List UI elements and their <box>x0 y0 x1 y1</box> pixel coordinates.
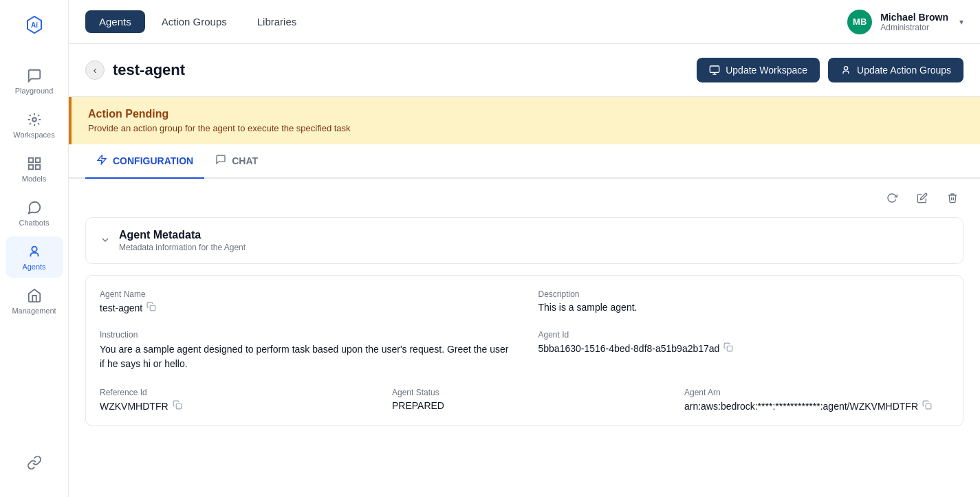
management-icon <box>26 287 43 304</box>
edit-icon <box>917 192 928 203</box>
agent-name-title: test-agent <box>113 61 185 79</box>
sidebar-item-models[interactable]: Models <box>6 148 63 190</box>
edit-button[interactable] <box>911 187 933 209</box>
app-logo: Ai <box>17 8 52 47</box>
models-icon <box>26 155 43 172</box>
svg-point-6 <box>32 247 36 252</box>
description-value: This is a sample agent. <box>538 302 950 313</box>
configuration-tab-icon <box>96 154 107 168</box>
user-name: Michael Brown <box>880 12 948 23</box>
copy-reference-id-icon[interactable] <box>173 400 182 412</box>
delete-button[interactable] <box>941 187 963 209</box>
svg-rect-4 <box>35 165 39 169</box>
page-content: ‹ test-agent Update Workspace Update Act… <box>69 44 980 497</box>
main-content: Agents Action Groups Libraries MB Michae… <box>69 0 980 497</box>
content-tabs: CONFIGURATION CHAT <box>69 144 980 179</box>
alert-title: Action Pending <box>88 108 963 120</box>
copy-agent-arn-icon[interactable] <box>922 400 932 412</box>
configuration-tab-label: CONFIGURATION <box>113 155 193 166</box>
user-role: Administrator <box>880 23 948 32</box>
svg-rect-3 <box>35 158 39 162</box>
back-button[interactable]: ‹ <box>85 60 105 80</box>
field-agent-status: Agent Status PREPARED <box>392 388 657 412</box>
field-agent-arn: Agent Arn arn:aws:bedrock:****:*********… <box>684 388 949 412</box>
playground-icon <box>26 67 43 84</box>
svg-rect-12 <box>926 404 931 409</box>
agent-id-label: Agent Id <box>538 330 950 340</box>
alert-banner: Action Pending Provide an action group f… <box>69 97 980 144</box>
copy-agent-id-icon[interactable] <box>723 342 733 354</box>
chat-tab-label: CHAT <box>232 155 258 166</box>
fields-section: Agent Name test-agent Description This i… <box>85 275 963 426</box>
user-dropdown-chevron[interactable]: ▾ <box>959 17 963 27</box>
sidebar-item-workspaces[interactable]: Workspaces <box>6 104 63 146</box>
agent-name-label: Agent Name <box>100 289 511 299</box>
alert-description: Provide an action group for the agent to… <box>88 123 963 133</box>
sidebar-item-playground[interactable]: Playground <box>6 60 63 102</box>
tab-chat[interactable]: CHAT <box>204 144 269 179</box>
user-info: Michael Brown Administrator <box>880 12 948 32</box>
svg-rect-9 <box>151 305 156 311</box>
update-workspace-button[interactable]: Update Workspace <box>697 58 820 82</box>
agent-status-value: PREPARED <box>392 400 657 411</box>
agent-name-value: test-agent <box>100 302 511 313</box>
field-instruction: Instruction You are a sample agent desig… <box>100 330 511 371</box>
sidebar-item-workspaces-label: Workspaces <box>13 131 54 139</box>
metadata-title: Agent Metadata <box>119 229 246 241</box>
sidebar-item-management[interactable]: Management <box>6 280 63 322</box>
metadata-subtitle: Metadata information for the Agent <box>119 243 246 252</box>
user-area: MB Michael Brown Administrator ▾ <box>847 10 963 34</box>
instruction-value: You are a sample agent designed to perfo… <box>100 342 511 371</box>
update-workspace-label: Update Workspace <box>726 65 807 76</box>
svg-point-8 <box>844 67 847 70</box>
refresh-button[interactable] <box>881 187 903 209</box>
svg-rect-2 <box>28 158 32 162</box>
top-navigation: Agents Action Groups Libraries MB Michae… <box>69 0 980 44</box>
refresh-icon <box>886 192 897 203</box>
sidebar-item-agents-label: Agents <box>22 263 45 271</box>
sidebar-item-chatbots[interactable]: Chatbots <box>6 192 63 234</box>
chatbots-icon <box>26 199 43 216</box>
field-description: Description This is a sample agent. <box>538 289 950 313</box>
sidebar-item-link[interactable] <box>6 448 63 478</box>
sidebar-item-agents[interactable]: Agents <box>6 236 63 278</box>
action-groups-icon <box>840 65 851 76</box>
workspaces-icon <box>26 111 43 128</box>
link-icon <box>26 454 43 471</box>
agent-id-value: 5bba1630-1516-4bed-8df8-a51b9a2b17ad <box>538 342 950 354</box>
agent-status-label: Agent Status <box>392 388 657 397</box>
tab-configuration[interactable]: CONFIGURATION <box>85 144 204 179</box>
chat-tab-icon <box>215 154 226 168</box>
sidebar-item-models-label: Models <box>22 175 46 183</box>
delete-icon <box>947 192 958 203</box>
section-toolbar <box>69 179 980 217</box>
metadata-header[interactable]: Agent Metadata Metadata information for … <box>86 218 963 263</box>
sidebar: Ai Playground Workspaces Models <box>0 0 69 497</box>
back-icon: ‹ <box>94 65 97 76</box>
avatar: MB <box>847 10 872 34</box>
workspace-icon <box>709 65 720 76</box>
sidebar-item-management-label: Management <box>12 307 56 315</box>
tab-agents[interactable]: Agents <box>85 10 145 33</box>
agents-icon <box>26 243 43 260</box>
metadata-header-text: Agent Metadata Metadata information for … <box>119 229 246 252</box>
copy-agent-name-icon[interactable] <box>146 302 156 313</box>
svg-rect-11 <box>176 404 182 409</box>
svg-text:Ai: Ai <box>31 21 38 29</box>
nav-tabs: Agents Action Groups Libraries <box>85 10 310 33</box>
agent-metadata-section: Agent Metadata Metadata information for … <box>85 217 963 264</box>
reference-id-label: Reference Id <box>100 388 364 397</box>
field-agent-id: Agent Id 5bba1630-1516-4bed-8df8-a51b9a2… <box>538 330 950 371</box>
tab-libraries[interactable]: Libraries <box>243 10 311 33</box>
svg-rect-10 <box>728 346 733 351</box>
svg-rect-7 <box>710 66 719 72</box>
reference-id-value: WZKVMHDTFR <box>100 400 364 412</box>
sidebar-item-chatbots-label: Chatbots <box>19 219 49 227</box>
description-label: Description <box>538 289 950 299</box>
update-action-groups-button[interactable]: Update Action Groups <box>828 58 963 82</box>
svg-point-1 <box>32 118 36 122</box>
tab-action-groups[interactable]: Action Groups <box>148 10 241 33</box>
fields-row-3: Reference Id WZKVMHDTFR Agent Status PRE… <box>100 388 949 412</box>
collapse-icon <box>100 234 111 247</box>
svg-rect-5 <box>28 165 32 169</box>
